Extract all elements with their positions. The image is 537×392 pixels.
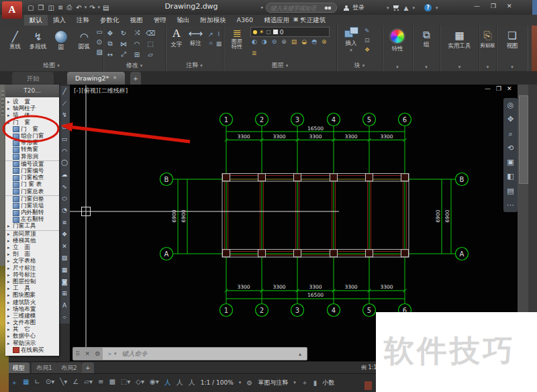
file-tab-active[interactable]: Drawing2* ✕ [67, 72, 125, 85]
panel-block-label[interactable]: 块 ▾ [337, 61, 382, 70]
undo-dropdown-icon[interactable]: ▾ [85, 5, 87, 10]
attach-icon[interactable]: ❖ [364, 46, 370, 53]
zoom-icon[interactable]: ⌕ [508, 130, 512, 138]
sign-in-dropdown-icon[interactable]: ▾ [387, 5, 389, 11]
osnap-icon[interactable]: ∠ [72, 378, 79, 387]
make-block-icon[interactable]: ❖ [62, 232, 67, 238]
annotation-scale-people-icon[interactable]: 人 [189, 378, 195, 387]
annotation-visibility-icon[interactable]: 人 [164, 378, 171, 387]
panel-groups-flyout[interactable]: ▾ [413, 63, 440, 70]
anchor-left-icon[interactable]: ◧ [507, 173, 514, 180]
layout-nav-icon[interactable]: ▤ [507, 187, 514, 195]
text-button[interactable]: A 文字 [168, 26, 185, 49]
polygon-icon[interactable]: ⬠ [62, 124, 67, 130]
polar-icon[interactable]: ⊙▾ [46, 378, 54, 387]
array-icon[interactable]: ⊞ [134, 51, 140, 58]
workspace-switcher[interactable]: 草图与注释 [258, 379, 288, 387]
command-line-grip[interactable]: ⠿ ✕ ⚙ [73, 348, 103, 360]
rectangle-icon[interactable]: ▭ [62, 136, 68, 142]
trim-icon[interactable]: ⤨ [134, 29, 140, 37]
sign-in-button[interactable]: 登录 [352, 3, 364, 12]
line-button[interactable]: ╱ 直线 [4, 30, 26, 51]
ribbon-panel-toggle-icon[interactable]: ▣ [293, 16, 299, 22]
hatch-icon[interactable]: ▨ [97, 48, 103, 56]
panel-utilities-flyout[interactable]: ▾ [440, 63, 479, 70]
utilities-button[interactable]: ▦ 实用工具 [443, 28, 477, 50]
tab-layout1[interactable]: 布局1 [32, 362, 57, 373]
layer-unlock-icon[interactable]: ▢ [266, 29, 271, 35]
ellipse-icon[interactable]: ⬭ [62, 196, 67, 202]
file-tab-close-icon[interactable]: ✕ [113, 72, 117, 85]
nav-more-icon[interactable]: ⋯ [507, 201, 514, 209]
steering-wheel-icon[interactable]: ◎ [507, 101, 514, 109]
revision-cloud-icon[interactable]: ⊙ [97, 38, 103, 46]
open-file-icon[interactable]: ❒ [38, 4, 44, 11]
transparency-icon[interactable]: ▩ [109, 378, 115, 387]
table-icon[interactable]: ⊞ [62, 291, 67, 297]
panel-layers-label[interactable]: 图层 ▾ [224, 61, 336, 70]
command-prompt-icon[interactable]: ＞ [107, 350, 113, 358]
ribbon-tab[interactable]: 附加模块 [195, 15, 232, 26]
polyline-button[interactable]: ↯ 多段线 [27, 30, 48, 51]
point-icon[interactable]: ✕ [62, 244, 67, 250]
tab-model[interactable]: 模型 [8, 362, 30, 373]
save-as-icon[interactable]: ⧈ [58, 3, 62, 11]
layer-isolate-icon[interactable]: ◑ [262, 38, 267, 45]
layer-match-icon[interactable]: ▤ [291, 38, 297, 45]
layer-thaw-icon[interactable]: ◓ [311, 38, 317, 45]
scale-icon[interactable]: ⤢ [121, 50, 126, 58]
command-line[interactable]: ⠿ ✕ ⚙ ＞ ▾ 键入命令 ▴ [72, 347, 307, 360]
view-button[interactable]: ❏ 视图 [501, 28, 524, 50]
multipoint-icon[interactable]: ⁘ [62, 315, 67, 321]
units-indicator[interactable]: 小数 [322, 379, 334, 387]
arc-icon[interactable]: ◠ [62, 148, 67, 154]
move-icon[interactable]: ✥ [107, 30, 113, 37]
xline-icon[interactable]: ⟋ [62, 101, 66, 107]
search-input[interactable] [266, 5, 324, 11]
undo-icon[interactable]: ↶ [76, 4, 81, 11]
palette-item[interactable]: 异形洞 [5, 154, 59, 160]
ribbon-tab[interactable]: 注释 [71, 15, 95, 26]
annotation-scale-button[interactable]: 1:1 / 100% [201, 379, 234, 386]
region-icon[interactable]: ◙ [62, 279, 68, 285]
erase-icon[interactable]: ⌫ [146, 30, 155, 37]
search-binoculars-icon[interactable] [324, 6, 331, 10]
grip-dots-icon[interactable]: ⠿ [76, 350, 81, 357]
tab-layout2[interactable]: 布局2 [56, 362, 82, 373]
viewport-controls-menu[interactable]: [-] [74, 87, 81, 94]
snap-icon[interactable]: ∟ [34, 378, 40, 387]
status-customize-button[interactable]: ＋ [301, 378, 308, 387]
command-history-icon[interactable]: ▴ [299, 351, 301, 357]
user-icon[interactable] [344, 5, 349, 11]
scrollbar-thumb[interactable] [519, 95, 528, 184]
a360-dropdown-icon[interactable]: ▾ [412, 5, 415, 11]
leader-icon[interactable]: ↗ [208, 31, 213, 38]
panel-properties-flyout[interactable]: ▾ [383, 63, 412, 70]
isodraft-icon[interactable]: ╲▾ [60, 378, 67, 387]
dimension-button[interactable]: ⟷ 标注 [187, 27, 204, 48]
layer-walk-icon[interactable]: ≣ [252, 50, 257, 56]
store-cart-icon[interactable] [393, 5, 401, 11]
osnap-3d-icon[interactable]: ◇▾ [136, 378, 144, 387]
command-close-icon[interactable]: ✕ [85, 350, 90, 357]
insert-block-icon[interactable]: ⧈ [62, 219, 66, 226]
help-icon[interactable]: ? [424, 4, 432, 11]
attribute-icon[interactable]: ⊡ [364, 37, 370, 44]
new-file-tab-button[interactable]: + [130, 72, 141, 85]
layer-sun-icon[interactable]: ☀ [259, 29, 264, 35]
ribbon-tab[interactable]: 输出 [172, 15, 195, 26]
minimize-icon[interactable]: — [474, 3, 480, 9]
ucs-icon[interactable]: ◉▾ [150, 378, 159, 387]
ribbon-tab[interactable]: A360 [232, 15, 259, 26]
maximize-icon[interactable]: ❐ [491, 3, 496, 9]
ribbon-toggle-caret-icon[interactable]: ▾ [301, 16, 303, 22]
spline-icon[interactable]: ∿ [62, 184, 67, 190]
stretch-icon[interactable]: ↔ [107, 51, 113, 58]
search-field[interactable] [266, 3, 337, 13]
layer-lock-icon[interactable]: ⊕ [281, 38, 287, 45]
ribbon-tab[interactable]: 默认 [24, 15, 48, 26]
table2-icon[interactable]: ▦ [216, 40, 222, 47]
showmotion-icon[interactable]: ▣ [507, 158, 514, 166]
circle-button[interactable]: 圆 [50, 30, 72, 52]
new-layout-button[interactable]: + [82, 362, 94, 373]
